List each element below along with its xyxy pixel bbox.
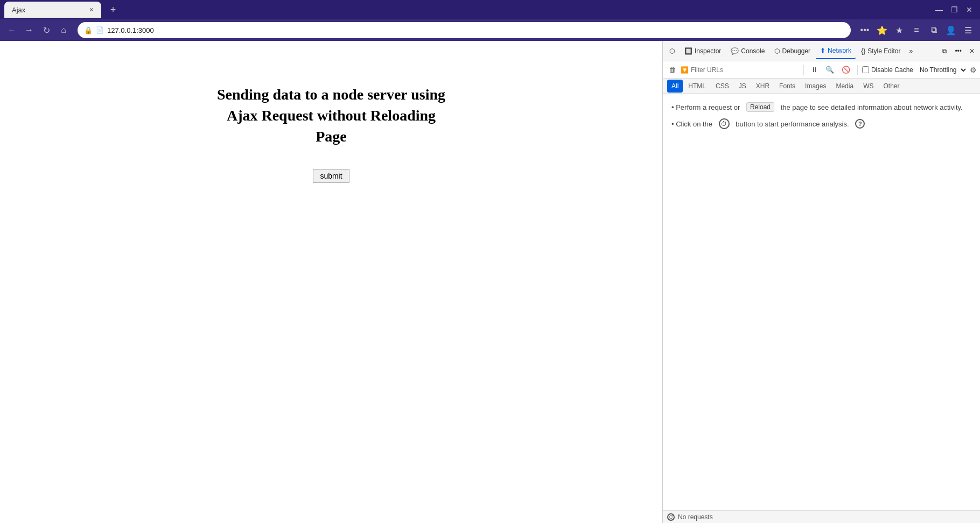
help-icon: ?: [855, 119, 865, 129]
throttle-select[interactable]: No Throttling Slow 3G Fast 3G: [915, 65, 968, 75]
type-tab-xhr[interactable]: XHR: [752, 80, 774, 93]
type-tab-all[interactable]: All: [667, 80, 683, 93]
type-tab-images[interactable]: Images: [801, 80, 830, 93]
nav-right: ••• ⭐ ★ ≡ ⧉ 👤 ☰: [857, 23, 976, 38]
devtools-type-tabs: All HTML CSS JS XHR Fonts Images Media W…: [663, 79, 980, 94]
tab-title: Ajax: [12, 6, 85, 14]
pick-element-icon: ⬡: [669, 47, 675, 55]
tab-close-button[interactable]: ×: [89, 6, 94, 13]
more-button[interactable]: •••: [857, 23, 872, 38]
hint2-prefix: • Click on the: [671, 120, 712, 128]
file-icon: 📄: [96, 26, 104, 34]
back-button[interactable]: ←: [4, 23, 19, 38]
hint2-suffix: button to start performance analysis.: [736, 120, 849, 128]
profile-button[interactable]: 👤: [943, 23, 958, 38]
filter-icon: 🔽: [681, 66, 689, 74]
devtools-content: • Perform a request or Reload the page t…: [663, 94, 980, 510]
page-heading-line2: Ajax Request without Reloading: [227, 107, 436, 124]
menu-button[interactable]: ☰: [961, 23, 976, 38]
type-tab-ws[interactable]: WS: [859, 80, 878, 93]
type-tab-html[interactable]: HTML: [684, 80, 710, 93]
extensions-button[interactable]: ≡: [909, 23, 924, 38]
tab-bar: Ajax × +: [4, 2, 924, 18]
pocket-button[interactable]: ⭐: [874, 23, 890, 38]
devtools-clear-button[interactable]: 🗑: [666, 65, 678, 75]
reload-button[interactable]: ↻: [39, 23, 54, 38]
pause-recording-button[interactable]: ⏸: [808, 65, 821, 75]
search-button[interactable]: 🔍: [823, 65, 837, 75]
devtools-overflow-button[interactable]: •••: [951, 43, 965, 59]
type-tab-js[interactable]: JS: [734, 80, 751, 93]
disable-cache-label: Disable Cache: [862, 66, 913, 74]
status-text: No requests: [678, 513, 713, 521]
address-input[interactable]: [107, 26, 844, 34]
home-button[interactable]: ⌂: [56, 23, 71, 38]
devtools-hint2: • Click on the ⏱ button to start perform…: [671, 118, 971, 129]
type-tab-css[interactable]: CSS: [711, 80, 733, 93]
devtools-pick-element-button[interactable]: ⬡: [665, 43, 679, 59]
restore-button[interactable]: ❐: [948, 3, 961, 16]
filter-separator2: [857, 65, 858, 75]
devtools-network-tab[interactable]: ⬆ Network: [816, 43, 856, 59]
devtools-status: ⏱ No requests: [663, 510, 980, 523]
forward-button[interactable]: →: [22, 23, 37, 38]
bookmark-button[interactable]: ★: [892, 23, 907, 38]
browser-chrome: Ajax × + — ❐ ✕ ← → ↻ ⌂ 🔒 📄 ••• ⭐ ★ ≡ ⧉ 👤: [0, 0, 980, 41]
devtools-hint1: • Perform a request or Reload the page t…: [671, 102, 971, 112]
devtools-close-button[interactable]: ✕: [966, 43, 978, 59]
window-controls: — ❐ ✕: [933, 3, 976, 16]
devtools-debugger-tab[interactable]: ⬡ Debugger: [770, 43, 815, 59]
address-bar-wrapper[interactable]: 🔒 📄: [78, 22, 851, 38]
hint1-reload-button[interactable]: Reload: [746, 102, 774, 112]
nav-bar: ← → ↻ ⌂ 🔒 📄 ••• ⭐ ★ ≡ ⧉ 👤 ☰: [0, 19, 980, 41]
console-icon: 💬: [731, 47, 739, 55]
devtools-panel: ⬡ 🔲 Inspector 💬 Console ⬡ Debugger ⬆ Net…: [662, 41, 980, 523]
title-bar: Ajax × + — ❐ ✕: [0, 0, 980, 19]
disable-cache-text: Disable Cache: [871, 66, 913, 74]
hint1-suffix: the page to see detailed information abo…: [781, 103, 963, 111]
type-tab-other[interactable]: Other: [879, 80, 904, 93]
devtools-responsive-button[interactable]: ⧉: [939, 43, 950, 59]
submit-button[interactable]: submit: [313, 169, 349, 183]
page-content: Sending data to a node server using Ajax…: [0, 41, 662, 523]
main-area: Sending data to a node server using Ajax…: [0, 41, 980, 523]
page-heading-line3: Page: [316, 128, 347, 145]
devtools-settings-button[interactable]: ⚙: [970, 66, 977, 74]
minimize-button[interactable]: —: [933, 3, 946, 16]
filter-separator: [803, 65, 804, 75]
disable-cache-checkbox[interactable]: [862, 66, 869, 73]
devtools-toolbar: ⬡ 🔲 Inspector 💬 Console ⬡ Debugger ⬆ Net…: [663, 41, 980, 61]
page-heading-line1: Sending data to a node server using: [217, 86, 445, 103]
split-button[interactable]: ⧉: [926, 23, 941, 38]
devtools-style-editor-tab[interactable]: {} Style Editor: [857, 43, 905, 59]
devtools-inspector-tab[interactable]: 🔲 Inspector: [680, 43, 725, 59]
block-url-button[interactable]: 🚫: [839, 65, 853, 75]
active-tab[interactable]: Ajax ×: [4, 2, 101, 18]
style-editor-icon: {}: [861, 47, 865, 55]
devtools-more-tools-button[interactable]: »: [906, 43, 916, 59]
type-tab-fonts[interactable]: Fonts: [775, 80, 800, 93]
performance-icon: ⏱: [719, 118, 730, 129]
url-filter-input[interactable]: [691, 66, 799, 74]
close-window-button[interactable]: ✕: [963, 3, 976, 16]
status-icon: ⏱: [667, 513, 675, 521]
network-icon: ⬆: [820, 47, 825, 54]
inspector-icon: 🔲: [684, 47, 692, 55]
type-tab-media[interactable]: Media: [831, 80, 858, 93]
page-heading: Sending data to a node server using Ajax…: [217, 84, 445, 147]
security-icon: 🔒: [84, 26, 93, 34]
new-tab-button[interactable]: +: [106, 2, 121, 17]
devtools-filter-bar: 🗑 🔽 ⏸ 🔍 🚫 Disable Cache No Throttling Sl…: [663, 61, 980, 79]
debugger-icon: ⬡: [774, 47, 780, 55]
devtools-console-tab[interactable]: 💬 Console: [726, 43, 769, 59]
hint1-prefix: • Perform a request or: [671, 103, 740, 111]
